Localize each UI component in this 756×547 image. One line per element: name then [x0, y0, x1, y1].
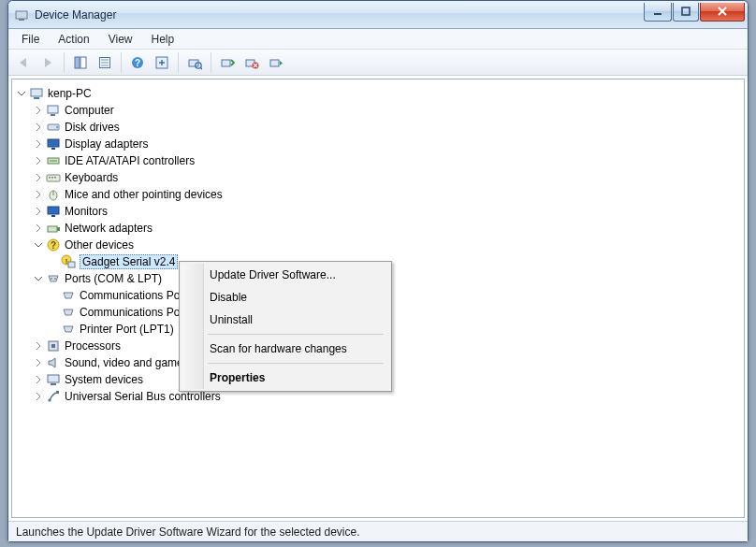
svg-rect-4	[75, 57, 80, 68]
expand-icon[interactable]	[33, 357, 44, 368]
context-menu-separator	[208, 334, 384, 335]
collapse-icon[interactable]	[33, 239, 44, 251]
tree-item-computer[interactable]: Computer	[16, 102, 740, 119]
svg-rect-49	[48, 375, 59, 382]
expand-icon[interactable]	[33, 105, 44, 116]
scan-hardware-button[interactable]	[183, 51, 206, 74]
expand-icon[interactable]	[33, 172, 44, 183]
tree-label: Monitors	[65, 205, 108, 218]
svg-rect-39	[57, 227, 60, 231]
unknown-device-icon: !	[61, 254, 76, 269]
maximize-button[interactable]	[673, 3, 699, 22]
disk-icon	[46, 120, 61, 135]
close-button[interactable]	[700, 3, 745, 22]
expand-icon[interactable]	[33, 223, 44, 234]
computer-icon	[29, 86, 44, 101]
svg-rect-26	[48, 139, 59, 147]
expand-icon[interactable]	[33, 189, 44, 200]
help-button[interactable]: ?	[126, 51, 149, 74]
svg-text:!: !	[65, 257, 68, 266]
monitor-icon	[46, 204, 61, 219]
titlebar[interactable]: Device Manager	[8, 1, 748, 29]
uninstall-toolbar-button[interactable]	[240, 51, 263, 74]
forward-button[interactable]	[36, 51, 59, 74]
svg-rect-16	[222, 60, 230, 66]
tree-item-display-adapters[interactable]: Display adapters	[16, 136, 740, 152]
expand-icon[interactable]	[33, 374, 44, 385]
svg-line-15	[200, 67, 202, 69]
svg-rect-0	[16, 11, 27, 19]
other-devices-icon: ?	[46, 238, 61, 252]
port-icon	[61, 305, 76, 320]
minimize-button[interactable]	[644, 3, 672, 22]
svg-text:?: ?	[135, 58, 140, 68]
toolbar-separator	[178, 52, 179, 73]
expand-icon[interactable]	[33, 155, 44, 166]
port-icon	[61, 322, 76, 337]
ctx-uninstall[interactable]: Uninstall	[182, 309, 389, 331]
display-icon	[46, 137, 61, 151]
menu-file[interactable]: File	[14, 31, 47, 48]
tree-label: Disk drives	[65, 121, 120, 134]
expand-icon[interactable]	[33, 340, 44, 352]
properties-toolbar-button[interactable]	[94, 51, 116, 74]
disable-toolbar-button[interactable]	[265, 51, 287, 74]
tree-item-keyboards[interactable]: Keyboards	[16, 169, 740, 186]
tree-label: Printer Port (LPT1)	[80, 323, 174, 336]
ctx-disable[interactable]: Disable	[182, 286, 389, 309]
tree-label: kenp-PC	[48, 87, 92, 100]
tree-label: Gadget Serial v2.4	[80, 254, 178, 269]
tree-item-ide-controllers[interactable]: IDE ATA/ATAPI controllers	[16, 152, 740, 169]
action-toolbar-button[interactable]	[151, 51, 173, 74]
svg-rect-44	[68, 262, 75, 267]
menu-action[interactable]: Action	[51, 31, 96, 48]
menu-help[interactable]: Help	[144, 31, 182, 48]
port-icon	[61, 288, 76, 303]
collapse-icon[interactable]	[33, 273, 44, 284]
svg-rect-5	[80, 57, 86, 68]
cpu-icon	[46, 338, 61, 353]
tree-item-other-devices[interactable]: ? Other devices	[16, 237, 740, 253]
svg-rect-20	[31, 89, 42, 96]
context-menu: Update Driver Software... Disable Uninst…	[179, 261, 392, 392]
svg-rect-3	[682, 7, 690, 15]
tree-item-disk-drives[interactable]: Disk drives	[16, 119, 740, 136]
tree-label: Processors	[65, 339, 121, 353]
tree-root[interactable]: kenp-PC	[16, 85, 740, 102]
expand-icon[interactable]	[33, 138, 44, 150]
back-button[interactable]	[12, 51, 35, 74]
tree-label: Mice and other pointing devices	[65, 188, 223, 201]
app-icon	[14, 7, 29, 22]
toolbar-separator	[211, 52, 211, 73]
tree-item-monitors[interactable]: Monitors	[16, 203, 740, 220]
usb-icon	[46, 389, 61, 404]
expand-icon[interactable]	[33, 391, 44, 402]
expand-icon[interactable]	[33, 122, 44, 133]
ctx-scan-hardware[interactable]: Scan for hardware changes	[182, 338, 389, 360]
update-driver-toolbar-button[interactable]	[216, 51, 239, 74]
tree-item-mice[interactable]: Mice and other pointing devices	[16, 186, 740, 203]
menu-view[interactable]: View	[101, 31, 140, 48]
keyboard-icon	[46, 170, 61, 185]
svg-rect-32	[51, 177, 53, 179]
show-hide-tree-button[interactable]	[69, 51, 92, 74]
toolbar-separator	[64, 52, 65, 73]
svg-rect-23	[51, 114, 55, 116]
device-manager-window: Device Manager File Action View Help	[7, 0, 749, 542]
ports-icon	[46, 271, 61, 286]
svg-text:?: ?	[51, 240, 56, 251]
tree-label: Ports (COM & LPT)	[65, 272, 162, 285]
svg-rect-37	[51, 215, 55, 217]
ctx-update-driver[interactable]: Update Driver Software...	[182, 264, 389, 286]
svg-rect-36	[48, 207, 59, 214]
status-text: Launches the Update Driver Software Wiza…	[16, 525, 360, 539]
expand-icon[interactable]	[33, 206, 44, 217]
ctx-properties[interactable]: Properties	[182, 367, 389, 389]
collapse-icon[interactable]	[16, 88, 27, 99]
context-menu-separator	[208, 363, 384, 364]
tree-item-network-adapters[interactable]: Network adapters	[16, 220, 740, 237]
network-icon	[46, 221, 61, 236]
svg-point-45	[51, 278, 52, 280]
tree-label: IDE ATA/ATAPI controllers	[65, 154, 195, 167]
computer-icon	[46, 103, 61, 118]
